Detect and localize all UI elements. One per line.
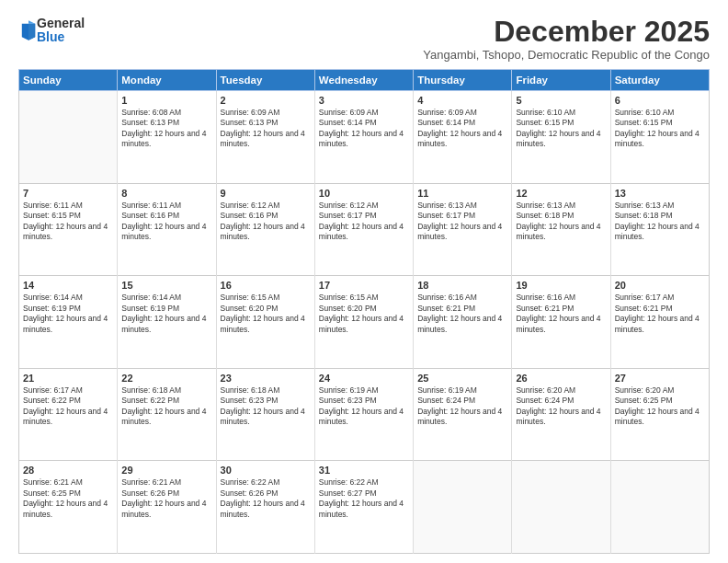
cell-daylight: Daylight: 12 hours and 4 minutes. [417, 222, 502, 241]
day-number: 25 [417, 373, 507, 384]
cell-sunrise: Sunrise: 6:16 AM [417, 293, 477, 302]
day-number: 2 [221, 95, 311, 106]
day-number: 28 [23, 465, 113, 476]
cell-sunset: Sunset: 6:14 PM [417, 118, 475, 127]
cell-daylight: Daylight: 12 hours and 4 minutes. [121, 499, 206, 518]
calendar-cell [414, 461, 512, 554]
cell-sunset: Sunset: 6:18 PM [516, 211, 574, 220]
logo-icon [20, 20, 37, 40]
cell-sunrise: Sunrise: 6:14 AM [23, 293, 83, 302]
calendar-cell: 15Sunrise: 6:14 AMSunset: 6:19 PMDayligh… [118, 276, 216, 369]
cell-sunset: Sunset: 6:26 PM [221, 488, 279, 498]
cell-daylight: Daylight: 12 hours and 4 minutes. [319, 407, 404, 426]
day-number: 5 [516, 95, 606, 106]
calendar-cell [512, 461, 610, 554]
cell-sunset: Sunset: 6:25 PM [615, 396, 673, 405]
calendar-cell: 14Sunrise: 6:14 AMSunset: 6:19 PMDayligh… [19, 276, 118, 369]
cell-daylight: Daylight: 12 hours and 4 minutes. [516, 314, 600, 333]
logo-text: General Blue [37, 17, 85, 45]
day-number: 7 [23, 188, 113, 199]
cell-daylight: Daylight: 12 hours and 4 minutes. [221, 129, 305, 148]
title-block: December 2025 Yangambi, Tshopo, Democrat… [423, 17, 710, 62]
day-number: 6 [615, 95, 705, 106]
cell-sunrise: Sunrise: 6:09 AM [221, 108, 280, 117]
calendar-cell: 12Sunrise: 6:13 AMSunset: 6:18 PMDayligh… [512, 183, 610, 276]
cell-sunset: Sunset: 6:20 PM [221, 304, 279, 313]
cell-sunset: Sunset: 6:21 PM [417, 304, 475, 313]
cell-daylight: Daylight: 12 hours and 4 minutes. [417, 129, 502, 148]
cell-sunset: Sunset: 6:27 PM [319, 488, 377, 498]
calendar-cell: 19Sunrise: 6:16 AMSunset: 6:21 PMDayligh… [512, 276, 610, 369]
calendar-week: 7Sunrise: 6:11 AMSunset: 6:15 PMDaylight… [19, 183, 710, 276]
cell-sunset: Sunset: 6:18 PM [615, 211, 673, 220]
calendar-cell: 26Sunrise: 6:20 AMSunset: 6:24 PMDayligh… [512, 368, 610, 461]
calendar-cell: 13Sunrise: 6:13 AMSunset: 6:18 PMDayligh… [610, 183, 709, 276]
calendar-cell: 17Sunrise: 6:15 AMSunset: 6:20 PMDayligh… [314, 276, 413, 369]
cell-sunrise: Sunrise: 6:09 AM [417, 108, 477, 117]
header-row: SundayMondayTuesdayWednesdayThursdayFrid… [19, 70, 710, 91]
day-number: 8 [121, 188, 211, 199]
cell-daylight: Daylight: 12 hours and 4 minutes. [319, 314, 404, 333]
day-number: 11 [417, 188, 507, 199]
day-number: 21 [23, 373, 113, 384]
day-number: 10 [319, 188, 409, 199]
calendar-cell [19, 91, 118, 184]
cell-sunset: Sunset: 6:17 PM [319, 211, 377, 220]
calendar-header: SundayMondayTuesdayWednesdayThursdayFrid… [19, 70, 710, 91]
cell-daylight: Daylight: 12 hours and 4 minutes. [221, 407, 305, 426]
cell-sunrise: Sunrise: 6:18 AM [121, 385, 181, 395]
calendar-table: SundayMondayTuesdayWednesdayThursdayFrid… [18, 69, 710, 554]
day-number: 4 [417, 95, 507, 106]
day-number: 3 [319, 95, 409, 106]
day-number: 14 [23, 280, 113, 291]
cell-sunrise: Sunrise: 6:19 AM [417, 385, 477, 395]
day-number: 12 [516, 188, 606, 199]
cell-sunset: Sunset: 6:19 PM [23, 304, 81, 313]
cell-sunset: Sunset: 6:16 PM [221, 211, 279, 220]
cell-sunrise: Sunrise: 6:10 AM [615, 108, 675, 117]
cell-daylight: Daylight: 12 hours and 4 minutes. [121, 314, 206, 333]
calendar-cell: 31Sunrise: 6:22 AMSunset: 6:27 PMDayligh… [314, 461, 413, 554]
page: General Blue December 2025 Yangambi, Tsh… [0, 0, 728, 563]
cell-sunset: Sunset: 6:24 PM [417, 396, 475, 405]
calendar-cell: 6Sunrise: 6:10 AMSunset: 6:15 PMDaylight… [610, 91, 709, 184]
cell-sunrise: Sunrise: 6:12 AM [221, 201, 280, 210]
cell-sunrise: Sunrise: 6:11 AM [121, 201, 181, 210]
cell-daylight: Daylight: 12 hours and 4 minutes. [23, 407, 108, 426]
day-number: 15 [121, 280, 211, 291]
cell-sunset: Sunset: 6:20 PM [319, 304, 377, 313]
cell-sunset: Sunset: 6:22 PM [121, 396, 179, 405]
cell-daylight: Daylight: 12 hours and 4 minutes. [23, 499, 108, 518]
calendar-cell: 8Sunrise: 6:11 AMSunset: 6:16 PMDaylight… [118, 183, 216, 276]
day-number: 22 [121, 373, 211, 384]
cell-sunrise: Sunrise: 6:21 AM [121, 477, 181, 487]
day-number: 24 [319, 373, 409, 384]
cell-daylight: Daylight: 12 hours and 4 minutes. [221, 314, 305, 333]
calendar-cell: 20Sunrise: 6:17 AMSunset: 6:21 PMDayligh… [610, 276, 709, 369]
header-day: Sunday [19, 70, 118, 91]
calendar-cell: 3Sunrise: 6:09 AMSunset: 6:14 PMDaylight… [314, 91, 413, 184]
day-number: 13 [615, 188, 705, 199]
logo-blue-label: Blue [37, 30, 85, 44]
calendar-week: 14Sunrise: 6:14 AMSunset: 6:19 PMDayligh… [19, 276, 710, 369]
calendar-body: 1Sunrise: 6:08 AMSunset: 6:13 PMDaylight… [19, 91, 710, 554]
cell-sunrise: Sunrise: 6:22 AM [319, 477, 379, 487]
cell-sunset: Sunset: 6:22 PM [23, 396, 81, 405]
cell-sunrise: Sunrise: 6:12 AM [319, 201, 379, 210]
cell-sunrise: Sunrise: 6:15 AM [221, 293, 280, 302]
cell-daylight: Daylight: 12 hours and 4 minutes. [23, 222, 108, 241]
cell-sunrise: Sunrise: 6:20 AM [516, 385, 575, 395]
cell-daylight: Daylight: 12 hours and 4 minutes. [23, 314, 108, 333]
cell-daylight: Daylight: 12 hours and 4 minutes. [516, 222, 600, 241]
cell-sunrise: Sunrise: 6:15 AM [319, 293, 379, 302]
cell-daylight: Daylight: 12 hours and 4 minutes. [417, 407, 502, 426]
cell-sunrise: Sunrise: 6:09 AM [319, 108, 379, 117]
calendar-cell: 5Sunrise: 6:10 AMSunset: 6:15 PMDaylight… [512, 91, 610, 184]
cell-sunset: Sunset: 6:21 PM [615, 304, 673, 313]
calendar-week: 28Sunrise: 6:21 AMSunset: 6:25 PMDayligh… [19, 461, 710, 554]
calendar-cell: 23Sunrise: 6:18 AMSunset: 6:23 PMDayligh… [216, 368, 314, 461]
day-number: 17 [319, 280, 409, 291]
cell-daylight: Daylight: 12 hours and 4 minutes. [221, 499, 305, 518]
cell-sunset: Sunset: 6:15 PM [615, 118, 673, 127]
calendar-cell: 9Sunrise: 6:12 AMSunset: 6:16 PMDaylight… [216, 183, 314, 276]
